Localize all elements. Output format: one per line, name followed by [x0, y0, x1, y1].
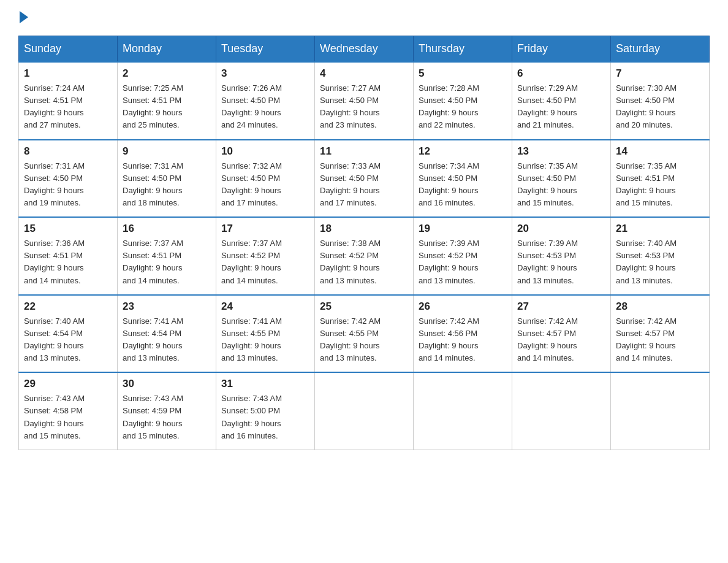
calendar-cell: 10 Sunrise: 7:32 AM Sunset: 4:50 PM Dayl…: [216, 140, 315, 218]
calendar-table: SundayMondayTuesdayWednesdayThursdayFrid…: [18, 36, 710, 450]
day-number: 24: [221, 301, 309, 313]
day-number: 30: [123, 378, 211, 390]
calendar-cell: 30 Sunrise: 7:43 AM Sunset: 4:59 PM Dayl…: [118, 372, 216, 450]
day-info: Sunrise: 7:35 AM Sunset: 4:50 PM Dayligh…: [517, 160, 605, 210]
col-header-sunday: Sunday: [19, 36, 118, 63]
calendar-cell: 19 Sunrise: 7:39 AM Sunset: 4:52 PM Dayl…: [414, 217, 512, 295]
col-header-monday: Monday: [118, 36, 216, 63]
day-info: Sunrise: 7:42 AM Sunset: 4:56 PM Dayligh…: [419, 315, 507, 365]
calendar-cell: 14 Sunrise: 7:35 AM Sunset: 4:51 PM Dayl…: [611, 140, 710, 218]
calendar-cell: 17 Sunrise: 7:37 AM Sunset: 4:52 PM Dayl…: [216, 217, 315, 295]
calendar-cell: 9 Sunrise: 7:31 AM Sunset: 4:50 PM Dayli…: [118, 140, 216, 218]
calendar-cell: 27 Sunrise: 7:42 AM Sunset: 4:57 PM Dayl…: [512, 295, 611, 373]
day-info: Sunrise: 7:31 AM Sunset: 4:50 PM Dayligh…: [123, 160, 211, 210]
calendar-cell: 18 Sunrise: 7:38 AM Sunset: 4:52 PM Dayl…: [315, 217, 414, 295]
day-info: Sunrise: 7:27 AM Sunset: 4:50 PM Dayligh…: [320, 82, 408, 132]
day-number: 19: [419, 223, 507, 235]
calendar-cell: 12 Sunrise: 7:34 AM Sunset: 4:50 PM Dayl…: [414, 140, 512, 218]
day-info: Sunrise: 7:42 AM Sunset: 4:57 PM Dayligh…: [616, 315, 704, 365]
calendar-cell: 23 Sunrise: 7:41 AM Sunset: 4:54 PM Dayl…: [118, 295, 216, 373]
day-info: Sunrise: 7:24 AM Sunset: 4:51 PM Dayligh…: [24, 82, 112, 132]
day-info: Sunrise: 7:25 AM Sunset: 4:51 PM Dayligh…: [123, 82, 211, 132]
day-number: 2: [123, 67, 211, 80]
calendar-cell: 13 Sunrise: 7:35 AM Sunset: 4:50 PM Dayl…: [512, 140, 611, 218]
day-number: 4: [320, 67, 408, 80]
day-number: 13: [517, 145, 605, 158]
day-number: 22: [24, 301, 112, 313]
calendar-cell: 11 Sunrise: 7:33 AM Sunset: 4:50 PM Dayl…: [315, 140, 414, 218]
calendar-header-row: SundayMondayTuesdayWednesdayThursdayFrid…: [19, 36, 710, 63]
calendar-week-5: 29 Sunrise: 7:43 AM Sunset: 4:58 PM Dayl…: [19, 372, 710, 450]
page-header: [18, 12, 710, 23]
calendar-cell: [611, 372, 710, 450]
calendar-week-3: 15 Sunrise: 7:36 AM Sunset: 4:51 PM Dayl…: [19, 217, 710, 295]
day-number: 5: [419, 67, 507, 80]
calendar-cell: 22 Sunrise: 7:40 AM Sunset: 4:54 PM Dayl…: [19, 295, 118, 373]
day-number: 18: [320, 223, 408, 235]
calendar-cell: 15 Sunrise: 7:36 AM Sunset: 4:51 PM Dayl…: [19, 217, 118, 295]
day-number: 3: [221, 67, 309, 80]
calendar-cell: 21 Sunrise: 7:40 AM Sunset: 4:53 PM Dayl…: [611, 217, 710, 295]
calendar-cell: 28 Sunrise: 7:42 AM Sunset: 4:57 PM Dayl…: [611, 295, 710, 373]
day-info: Sunrise: 7:40 AM Sunset: 4:53 PM Dayligh…: [616, 237, 704, 287]
col-header-thursday: Thursday: [414, 36, 512, 63]
col-header-wednesday: Wednesday: [315, 36, 414, 63]
day-info: Sunrise: 7:37 AM Sunset: 4:52 PM Dayligh…: [221, 237, 309, 287]
day-info: Sunrise: 7:29 AM Sunset: 4:50 PM Dayligh…: [517, 82, 605, 132]
day-info: Sunrise: 7:28 AM Sunset: 4:50 PM Dayligh…: [419, 82, 507, 132]
day-info: Sunrise: 7:39 AM Sunset: 4:52 PM Dayligh…: [419, 237, 507, 287]
logo-triangle-icon: [20, 11, 28, 23]
day-number: 11: [320, 145, 408, 158]
col-header-saturday: Saturday: [611, 36, 710, 63]
day-number: 9: [123, 145, 211, 158]
calendar-cell: 4 Sunrise: 7:27 AM Sunset: 4:50 PM Dayli…: [315, 62, 414, 140]
day-number: 17: [221, 223, 309, 235]
day-number: 20: [517, 223, 605, 235]
calendar-cell: 5 Sunrise: 7:28 AM Sunset: 4:50 PM Dayli…: [414, 62, 512, 140]
calendar-cell: 31 Sunrise: 7:43 AM Sunset: 5:00 PM Dayl…: [216, 372, 315, 450]
calendar-week-4: 22 Sunrise: 7:40 AM Sunset: 4:54 PM Dayl…: [19, 295, 710, 373]
day-info: Sunrise: 7:41 AM Sunset: 4:54 PM Dayligh…: [123, 315, 211, 365]
day-number: 6: [517, 67, 605, 80]
day-info: Sunrise: 7:36 AM Sunset: 4:51 PM Dayligh…: [24, 237, 112, 287]
day-number: 7: [616, 67, 704, 80]
calendar-cell: 1 Sunrise: 7:24 AM Sunset: 4:51 PM Dayli…: [19, 62, 118, 140]
day-info: Sunrise: 7:33 AM Sunset: 4:50 PM Dayligh…: [320, 160, 408, 210]
day-info: Sunrise: 7:35 AM Sunset: 4:51 PM Dayligh…: [616, 160, 704, 210]
day-number: 25: [320, 301, 408, 313]
calendar-cell: 29 Sunrise: 7:43 AM Sunset: 4:58 PM Dayl…: [19, 372, 118, 450]
calendar-cell: [315, 372, 414, 450]
calendar-cell: 16 Sunrise: 7:37 AM Sunset: 4:51 PM Dayl…: [118, 217, 216, 295]
day-info: Sunrise: 7:37 AM Sunset: 4:51 PM Dayligh…: [123, 237, 211, 287]
day-number: 15: [24, 223, 112, 235]
day-number: 21: [616, 223, 704, 235]
calendar-cell: 6 Sunrise: 7:29 AM Sunset: 4:50 PM Dayli…: [512, 62, 611, 140]
day-info: Sunrise: 7:43 AM Sunset: 4:59 PM Dayligh…: [123, 393, 211, 442]
calendar-cell: 8 Sunrise: 7:31 AM Sunset: 4:50 PM Dayli…: [19, 140, 118, 218]
day-info: Sunrise: 7:43 AM Sunset: 4:58 PM Dayligh…: [24, 393, 112, 442]
day-info: Sunrise: 7:30 AM Sunset: 4:50 PM Dayligh…: [616, 82, 704, 132]
calendar-cell: [414, 372, 512, 450]
calendar-cell: 24 Sunrise: 7:41 AM Sunset: 4:55 PM Dayl…: [216, 295, 315, 373]
day-info: Sunrise: 7:41 AM Sunset: 4:55 PM Dayligh…: [221, 315, 309, 365]
day-info: Sunrise: 7:32 AM Sunset: 4:50 PM Dayligh…: [221, 160, 309, 210]
calendar-cell: 25 Sunrise: 7:42 AM Sunset: 4:55 PM Dayl…: [315, 295, 414, 373]
day-number: 28: [616, 301, 704, 313]
day-number: 14: [616, 145, 704, 158]
logo: [18, 12, 28, 23]
day-number: 12: [419, 145, 507, 158]
calendar-week-2: 8 Sunrise: 7:31 AM Sunset: 4:50 PM Dayli…: [19, 140, 710, 218]
calendar-cell: 26 Sunrise: 7:42 AM Sunset: 4:56 PM Dayl…: [414, 295, 512, 373]
day-number: 8: [24, 145, 112, 158]
day-number: 16: [123, 223, 211, 235]
day-info: Sunrise: 7:26 AM Sunset: 4:50 PM Dayligh…: [221, 82, 309, 132]
day-number: 26: [419, 301, 507, 313]
calendar-cell: 7 Sunrise: 7:30 AM Sunset: 4:50 PM Dayli…: [611, 62, 710, 140]
day-number: 23: [123, 301, 211, 313]
day-info: Sunrise: 7:31 AM Sunset: 4:50 PM Dayligh…: [24, 160, 112, 210]
day-number: 29: [24, 378, 112, 390]
day-number: 1: [24, 67, 112, 80]
col-header-friday: Friday: [512, 36, 611, 63]
day-info: Sunrise: 7:40 AM Sunset: 4:54 PM Dayligh…: [24, 315, 112, 365]
day-number: 27: [517, 301, 605, 313]
